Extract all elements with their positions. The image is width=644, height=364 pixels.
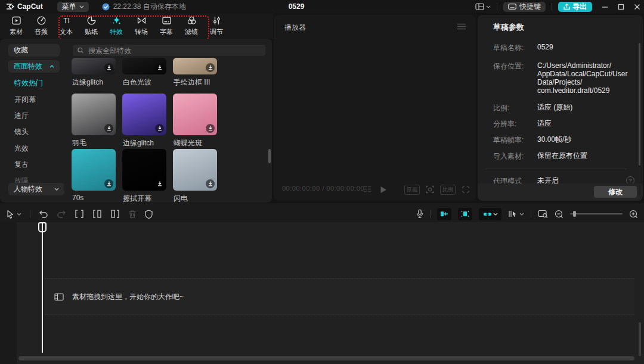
tab-audio[interactable]: 音频 [29,15,54,36]
undo-button[interactable] [39,210,48,218]
cover-shield-icon[interactable] [145,210,153,219]
layout-switch-button[interactable] [475,3,491,10]
group-label: 人物特效 [14,184,42,194]
close-button[interactable] [634,4,640,10]
tab-filters[interactable]: 滤镜 [179,15,204,36]
sidebar-item-lens[interactable]: 镜头 [14,127,29,137]
timeline-horizontal-scrollbar[interactable] [18,356,634,360]
effect-card[interactable]: 白色光波 [122,58,166,74]
preview-snap-toggle-button[interactable] [458,208,472,220]
link-toggle-button[interactable] [479,208,501,220]
effect-card[interactable]: 擦拭开幕 [122,149,166,191]
tab-captions[interactable]: 字幕 [154,15,179,36]
effect-name: 擦拭开幕 [123,194,151,204]
delete-button[interactable] [128,210,137,219]
tab-stickers[interactable]: 贴纸 [79,15,104,36]
sidebar-group-character-effects[interactable]: 人物特效 [8,183,64,195]
player-menu-icon[interactable] [457,23,466,30]
download-icon[interactable] [155,124,164,133]
autosave-status: 22:22:38 自动保存本地 [102,2,186,12]
timeline-zoom-slider[interactable] [570,210,623,217]
effect-card[interactable]: 边缘glitch [72,58,116,74]
ratio-button[interactable]: 比例 [440,185,456,195]
timeline-toolbar [0,206,644,222]
sidebar-item-open-close[interactable]: 开闭幕 [14,95,36,105]
download-icon[interactable] [155,179,164,188]
play-button[interactable] [380,186,387,194]
menu-button[interactable]: 菜单 [57,2,89,12]
tab-transitions[interactable]: 转场 [129,15,154,36]
quality-button[interactable]: 原画 [404,185,420,195]
shortcut-button[interactable]: 快捷键 [503,2,546,12]
sidebar-item-retro[interactable]: 复古 [14,160,29,170]
redo-button[interactable] [57,210,66,218]
sidebar-item-favorites[interactable]: 收藏 [8,44,60,57]
effects-star-icon [112,15,122,26]
effect-card[interactable]: 羽毛 [72,94,116,135]
chevron-down-icon [54,188,59,191]
export-button[interactable]: 导出 [558,2,592,12]
sidebar-group-screen-effects[interactable]: 画面特效 [8,60,60,73]
fit-timeline-icon[interactable] [538,210,548,218]
preview-axis-button[interactable] [508,210,524,218]
minimize-button[interactable] [602,4,608,10]
maximize-button[interactable] [618,4,624,10]
search-bar[interactable] [73,45,265,56]
frame-list-icon[interactable] [363,186,371,193]
titlebar-divider [497,3,497,10]
tab-label: 特效 [110,27,123,36]
modify-button[interactable]: 修改 [594,186,637,198]
tab-label: 字幕 [160,27,173,36]
timeline-vertical-scrollbar[interactable] [639,322,641,356]
playhead-line[interactable] [42,222,43,353]
sidebar-item-hot-effects[interactable]: 特效热门 [14,78,43,88]
effect-card[interactable]: 闪电 [173,149,217,191]
tab-effects[interactable]: 特效 [104,15,129,36]
download-icon[interactable] [104,124,113,133]
record-voiceover-button[interactable] [416,209,423,219]
fullscreen-icon[interactable] [462,185,470,194]
effect-card[interactable]: 边缘glitch [122,94,166,135]
param-label: 比例: [493,103,537,113]
split-button[interactable] [75,210,84,218]
zoom-in-icon[interactable] [629,210,638,219]
split-keep-right-button[interactable] [92,210,102,218]
tab-label: 贴纸 [85,27,98,36]
tab-text[interactable]: TI 文本 [54,15,79,36]
audio-icon [36,15,47,26]
download-icon[interactable] [155,63,164,72]
captions-icon [162,15,172,26]
params-scrollbar[interactable] [639,43,640,166]
slider-knob[interactable] [573,211,576,217]
timeline-tracks[interactable]: 素材拖拽到这里，开始你的大作吧~ [0,222,644,364]
focus-zoom-icon[interactable] [426,185,434,194]
effects-scrollbar[interactable] [268,149,271,163]
search-input[interactable] [87,46,261,55]
effect-card[interactable]: 70s [72,149,116,191]
media-drop-zone[interactable]: 素材拖拽到这里，开始你的大作吧~ [45,278,634,315]
playhead-handle[interactable] [38,222,47,232]
select-tool-button[interactable] [6,210,21,219]
adjust-icon [212,15,222,26]
drop-zone-text: 素材拖拽到这里，开始你的大作吧~ [72,292,184,302]
chevron-down-icon [519,213,524,216]
sidebar-item-light[interactable]: 光效 [14,144,29,154]
download-icon[interactable] [206,179,215,188]
param-row-location: 保存位置: C:/Users/Administrator/ AppData/Lo… [493,61,636,95]
download-icon[interactable] [104,179,113,188]
download-icon[interactable] [104,63,113,72]
capcut-window: CapCut 菜单 22:22:38 自动保存本地 0529 快捷键 导出 [0,0,644,364]
titlebar-divider [552,3,552,10]
effect-card[interactable]: 手绘边框 III [173,58,217,74]
download-icon[interactable] [206,124,215,133]
zoom-out-icon[interactable] [555,210,564,219]
tab-adjust[interactable]: 调节 [204,15,229,36]
sidebar-item-disco[interactable]: 迪厅 [14,111,29,121]
tab-media[interactable]: 素材 [4,15,29,36]
tab-label: 转场 [135,27,148,36]
effect-card[interactable]: 蝴蝶光斑 [173,94,217,135]
download-icon[interactable] [206,63,215,72]
split-keep-left-button[interactable] [110,210,120,218]
param-row-resolution: 分辨率: 适应 [493,119,636,129]
snap-toggle-button[interactable] [437,208,451,220]
